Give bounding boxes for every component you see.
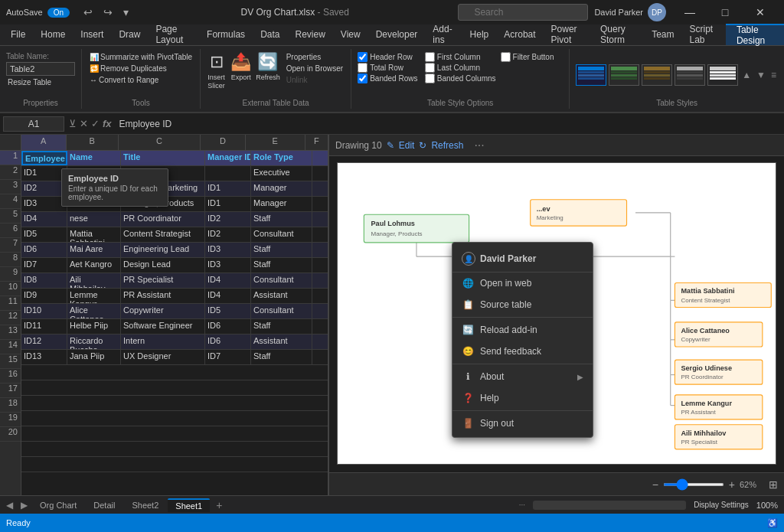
cell-c11[interactable]: Copywriter	[121, 304, 205, 318]
export-btn[interactable]: Export	[231, 73, 251, 81]
tab-script-lab[interactable]: Script Lab	[681, 24, 725, 45]
zoom-out-btn[interactable]: −	[652, 478, 658, 491]
row-num-4[interactable]: 4	[0, 194, 21, 209]
cell-d4[interactable]: ID1	[205, 197, 251, 211]
ctx-item-reload[interactable]: 🔄 Reload add-in	[452, 319, 593, 341]
cell-d3[interactable]: ID1	[205, 181, 251, 196]
cell-d6[interactable]: ID2	[205, 227, 251, 242]
cell-d7[interactable]: ID3	[205, 243, 251, 257]
style-thumb-1[interactable]	[576, 64, 606, 86]
cell-d2[interactable]	[205, 166, 251, 181]
cell-c13[interactable]: Intern	[121, 335, 205, 349]
redo-icon[interactable]: ↪	[100, 5, 116, 20]
cell-e3[interactable]: Manager	[251, 181, 312, 196]
cell-e5[interactable]: Staff	[251, 212, 312, 227]
cell-d10[interactable]: ID4	[205, 289, 251, 303]
maximize-btn[interactable]: □	[707, 0, 743, 24]
row-num-5[interactable]: 5	[0, 209, 21, 224]
row-num-16[interactable]: 16	[0, 369, 21, 383]
cell-c10[interactable]: PR Assistant	[121, 289, 205, 303]
sheet-options-icon[interactable]: ···	[516, 499, 528, 511]
fit-icon[interactable]: ⊞	[769, 478, 778, 491]
cell-a12[interactable]: ID11	[21, 319, 67, 334]
tab-query-storm[interactable]: Query Storm	[593, 24, 644, 45]
autosave-toggle[interactable]: On	[47, 8, 70, 18]
last-column-checkbox[interactable]: Last Column	[425, 63, 496, 73]
row-num-12[interactable]: 12	[0, 311, 21, 325]
col-header-f[interactable]: F	[305, 135, 328, 150]
cell-e13[interactable]: Assistant	[251, 335, 312, 349]
cell-e11[interactable]: Consultant	[251, 304, 312, 318]
cell-a5[interactable]: ID4	[21, 212, 67, 227]
scroll-bar-area[interactable]	[533, 501, 686, 510]
tab-sheet2[interactable]: Sheet2	[124, 499, 166, 511]
cell-d11[interactable]: ID5	[205, 304, 251, 318]
row-num-10[interactable]: 10	[0, 282, 21, 296]
col-header-e[interactable]: E	[246, 135, 305, 150]
accessibility-icon[interactable]: ♿	[767, 518, 778, 528]
tab-help[interactable]: Help	[462, 24, 497, 45]
cell-d8[interactable]: ID3	[205, 258, 251, 273]
cell-d13[interactable]: ID6	[205, 335, 251, 349]
cell-c5[interactable]: PR Coordinator	[121, 212, 205, 227]
cell-d1[interactable]: Manager ID	[205, 151, 251, 165]
banded-columns-checkbox[interactable]: Banded Columns	[425, 73, 496, 83]
ctx-item-open-web[interactable]: 🌐 Open in web	[452, 273, 593, 294]
tab-team[interactable]: Team	[644, 24, 681, 45]
style-scroll-down[interactable]: ▼	[755, 68, 767, 82]
add-sheet-btn[interactable]: +	[211, 498, 227, 513]
row-num-17[interactable]: 17	[0, 383, 21, 398]
tab-draw[interactable]: Draw	[111, 24, 148, 45]
cell-e4[interactable]: Manager	[251, 197, 312, 211]
search-input[interactable]	[458, 4, 588, 21]
cell-a7[interactable]: ID6	[21, 243, 67, 257]
tab-org-chart[interactable]: Org Chart	[32, 499, 84, 511]
style-thumb-2[interactable]	[609, 64, 639, 86]
cell-a13[interactable]: ID12	[21, 335, 67, 349]
row-num-1[interactable]: 1	[0, 151, 21, 165]
cancel-formula-icon[interactable]: ✕	[80, 118, 88, 129]
row-num-20[interactable]: 20	[0, 427, 21, 442]
display-settings-btn[interactable]: Display Settings	[691, 501, 752, 509]
refresh-btn[interactable]: Refresh	[256, 73, 280, 81]
cell-c8[interactable]: Design Lead	[121, 258, 205, 273]
cell-b10[interactable]: Lemme Kangur	[67, 289, 121, 303]
convert-btn[interactable]: ↔ Convert to Range	[88, 75, 194, 85]
tab-data[interactable]: Data	[253, 24, 287, 45]
tab-view[interactable]: View	[333, 24, 368, 45]
row-num-11[interactable]: 11	[0, 296, 21, 311]
style-thumb-5[interactable]	[707, 64, 738, 86]
cell-a1[interactable]: Employee ID	[21, 151, 67, 165]
style-thumb-4[interactable]	[675, 64, 705, 86]
first-column-checkbox[interactable]: First Column	[425, 52, 496, 62]
insert-slicer-btn[interactable]: Insert Slicer	[207, 73, 226, 90]
confirm-formula-icon[interactable]: ✓	[91, 118, 100, 129]
row-num-7[interactable]: 7	[0, 238, 21, 253]
row-num-2[interactable]: 2	[0, 165, 21, 180]
tab-power-pivot[interactable]: Power Pivot	[544, 24, 593, 45]
unlink-btn[interactable]: Unlink	[285, 75, 345, 85]
cell-b1[interactable]: Name	[67, 151, 121, 165]
col-header-d[interactable]: D	[201, 135, 246, 150]
filter-button-checkbox[interactable]: Filter Button	[501, 52, 564, 62]
tab-addins[interactable]: Add-ins	[425, 24, 462, 45]
cell-b8[interactable]: Aet Kangro	[67, 258, 121, 273]
cell-b14[interactable]: Jana Piip	[67, 350, 121, 364]
scroll-sheets-left[interactable]: ◀	[3, 498, 16, 512]
refresh-button[interactable]: Refresh	[431, 140, 463, 151]
row-num-3[interactable]: 3	[0, 180, 21, 194]
row-num-19[interactable]: 19	[0, 413, 21, 427]
scroll-sheets-right[interactable]: ▶	[18, 498, 31, 512]
ctx-item-source-table[interactable]: 📋 Source table	[452, 294, 593, 315]
more-options-btn[interactable]: ···	[469, 137, 488, 154]
cell-c9[interactable]: PR Specialist	[121, 273, 205, 288]
cell-a14[interactable]: ID13	[21, 350, 67, 364]
tab-file[interactable]: File	[3, 24, 33, 45]
cell-d9[interactable]: ID4	[205, 273, 251, 288]
name-box[interactable]	[3, 116, 64, 132]
style-scroll-up[interactable]: ▲	[740, 68, 753, 82]
cell-e10[interactable]: Assistant	[251, 289, 312, 303]
expand-icon[interactable]: ⊻	[69, 118, 77, 129]
user-avatar[interactable]: DP	[648, 3, 666, 21]
cell-d14[interactable]: ID7	[205, 350, 251, 364]
